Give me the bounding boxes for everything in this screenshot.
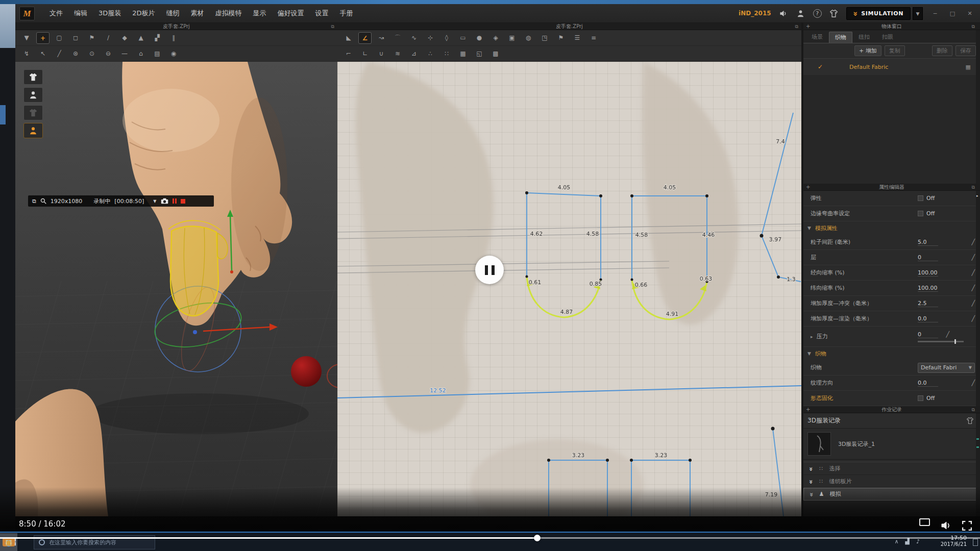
edit-icon[interactable]: ╱ — [967, 285, 975, 291]
video-volume-button[interactable] — [940, 519, 952, 534]
menu-item[interactable]: 文件 — [44, 4, 68, 22]
simulation-button[interactable]: » SIMULATION — [846, 7, 911, 20]
纽扣[interactable]: 纽扣 — [852, 32, 876, 43]
app-logo[interactable]: M — [19, 7, 35, 20]
edit-curve-tool-icon[interactable]: ∠ — [358, 32, 372, 44]
panel-2d-titlebar[interactable]: 皮手套.ZPrj ⧉ — [337, 23, 801, 30]
rectangle-tool-icon[interactable]: ▭ — [456, 32, 470, 44]
account-icon[interactable] — [796, 8, 806, 18]
free-sewing-tool-icon[interactable]: ∟ — [358, 48, 372, 60]
recorder-pause-button[interactable] — [173, 198, 177, 204]
fabric-select[interactable]: Default Fabri ▼ — [918, 363, 975, 373]
video-fullscreen-button[interactable] — [962, 520, 972, 533]
缝纫板片[interactable]: » ∷ 缝纫板片 — [803, 475, 980, 488]
video-progress-played[interactable] — [0, 537, 537, 539]
select-box-tool-icon[interactable]: ▦ — [456, 48, 470, 60]
menu-item[interactable]: 缝纫 — [161, 4, 185, 22]
video-pause-button[interactable] — [475, 256, 504, 284]
grid-tool-icon[interactable]: ▤ — [151, 48, 164, 60]
history-item[interactable]: 3D服装记录_1 — [803, 429, 980, 459]
elastic-checkbox[interactable] — [918, 195, 923, 201]
pressure-value[interactable]: 0 — [918, 331, 938, 338]
stroke-tool-icon[interactable]: ╱ — [53, 48, 66, 60]
menu-item[interactable]: 偏好设置 — [272, 4, 310, 22]
pattern-piece-1[interactable] — [527, 193, 601, 317]
buttonhole-tool-icon[interactable]: ◳ — [538, 32, 551, 44]
选择[interactable]: » ∷ 选择 — [803, 462, 980, 475]
rectangle-select-tool-icon[interactable]: ▢ — [53, 32, 66, 44]
fabric-copy-button[interactable]: 复制 — [885, 45, 905, 56]
pin-tool-icon[interactable]: ⚑ — [85, 32, 99, 44]
new-garment-icon[interactable] — [829, 8, 839, 18]
fabric-list-item[interactable]: ✓ Default Fabric ▦ — [803, 59, 980, 75]
taskbar-clock[interactable]: 17:50 2017/6/21 — [941, 535, 967, 547]
cut-tool-icon[interactable]: ⊹ — [424, 32, 437, 44]
menu-item[interactable]: 素材 — [185, 4, 210, 22]
segment-sewing-tool-icon[interactable]: ⌐ — [342, 48, 355, 60]
flag-tool-icon[interactable]: ⚑ — [554, 32, 568, 44]
edit-icon[interactable]: ╱ — [941, 331, 949, 338]
object-window-titlebar[interactable]: + 物体窗口 ⧉ — [803, 23, 980, 30]
avatar-head-display-toggle[interactable] — [23, 123, 43, 138]
recorder-camera-icon[interactable] — [161, 198, 168, 204]
avatar-display-toggle[interactable] — [23, 87, 43, 103]
recorder-window-icon[interactable]: ⧉ — [32, 198, 36, 205]
recorder-zoom-icon[interactable] — [40, 198, 46, 204]
panel-float-icon[interactable]: ⧉ — [795, 23, 798, 30]
menu-item[interactable]: 虚拟模特 — [210, 4, 248, 22]
dart-rectangle-tool-icon[interactable]: ▣ — [505, 32, 519, 44]
thickness-collision-value[interactable]: 2.5 — [918, 300, 938, 307]
tray-expand-icon[interactable]: ∧ — [894, 538, 898, 545]
扣眼[interactable]: 扣眼 — [876, 32, 899, 43]
editor-app-icon[interactable]: ▣ — [0, 533, 17, 551]
texture-direction-value[interactable]: 0.0 — [918, 380, 938, 387]
fabric-list-empty-area[interactable] — [803, 75, 980, 184]
thickness-rendering-value[interactable]: 0.0 — [918, 315, 938, 322]
shoe-tool-icon[interactable]: ⊛ — [69, 48, 82, 60]
add-point-tool-icon[interactable]: ⌒ — [391, 32, 404, 44]
panel-float-icon[interactable]: ⧉ — [331, 23, 334, 30]
menu-item[interactable]: 3D服装 — [93, 4, 127, 22]
edit-icon[interactable]: ╱ — [967, 269, 975, 276]
dock-pin-icon[interactable]: + — [806, 184, 810, 191]
garment-toggle-icon[interactable]: ▲ — [134, 32, 148, 44]
weft-shrinkage-value[interactable]: 100.00 — [918, 285, 938, 292]
menu-item[interactable]: 设置 — [310, 4, 334, 22]
theater-mode-button[interactable] — [919, 518, 930, 526]
menu-item[interactable]: 手册 — [334, 4, 359, 22]
menu-item[interactable]: 编辑 — [68, 4, 93, 22]
fabric-section-header[interactable]: ▼ 织物 — [803, 347, 980, 360]
pressure-slider[interactable] — [918, 341, 964, 342]
polygon-tool-icon[interactable]: ◊ — [440, 32, 453, 44]
场景[interactable]: 场景 — [805, 32, 829, 43]
fabric-delete-button[interactable]: 删除 — [932, 45, 952, 56]
sewing-machine-tool-icon[interactable]: ⊿ — [407, 48, 421, 60]
pattern-display-toggle[interactable] — [23, 105, 43, 120]
window-minimize-button[interactable]: ─ — [930, 10, 940, 17]
menu-item[interactable]: 显示 — [248, 4, 272, 22]
tray-volume-icon[interactable]: ♪ — [916, 538, 920, 545]
needle-tool-icon[interactable]: ∕ — [102, 32, 115, 44]
particle-distance-value[interactable]: 5.0 — [918, 239, 938, 246]
pattern-dots-tool-icon[interactable]: ∷ — [440, 48, 453, 60]
lock-tool-icon[interactable]: ⌂ — [134, 48, 148, 60]
remove-tool-icon[interactable]: ⊖ — [102, 48, 115, 60]
dart-polygon-tool-icon[interactable]: ◈ — [489, 32, 502, 44]
target-tool-icon[interactable]: ⊙ — [85, 48, 99, 60]
dock-pin-icon[interactable]: + — [806, 23, 810, 30]
transform-tool-icon[interactable]: ◻ — [69, 32, 82, 44]
edit-icon[interactable]: ╱ — [967, 239, 975, 245]
panel-float-icon[interactable]: ⧉ — [972, 184, 975, 191]
history-group-row[interactable]: 3D服装记录 — [803, 413, 980, 429]
pleats-tool-icon[interactable]: ☰ — [571, 32, 584, 44]
fabric-save-icon[interactable]: ▦ — [966, 64, 971, 70]
recorder-dropdown-icon[interactable]: ▼ — [153, 199, 156, 204]
history-titlebar[interactable]: + 作业记录 ⧉ — [803, 406, 980, 413]
recorder-stop-button[interactable] — [181, 199, 185, 204]
simulation-properties-header[interactable]: ▼ 模拟属性 — [803, 221, 980, 235]
morph-solidify-checkbox[interactable] — [918, 395, 923, 401]
volume-icon[interactable] — [778, 8, 789, 18]
align-tool-icon[interactable]: ◱ — [473, 48, 486, 60]
simulate-dropdown-icon[interactable]: ▼ — [20, 32, 33, 44]
edit-icon[interactable]: ╱ — [967, 254, 975, 261]
